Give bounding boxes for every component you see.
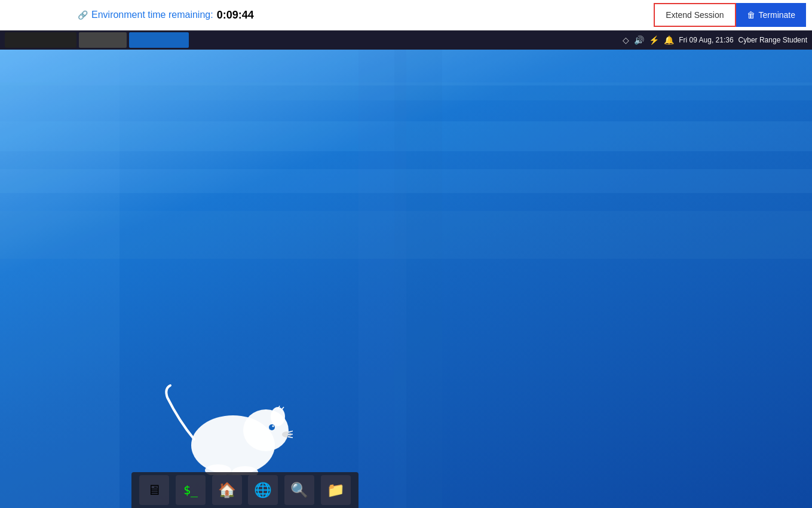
wifi-icon: ◇: [623, 35, 629, 45]
vm-taskbar: ◇ 🔊 ⚡ 🔔 Fri 09 Aug, 21:36 Cyber Range St…: [0, 30, 812, 50]
taskbar-app1[interactable]: [5, 32, 76, 48]
external-link-icon: 🔗: [78, 10, 88, 20]
dock: 🖥 $_ 🏠 🌐 🔍 📁: [131, 472, 358, 508]
power-icon: ⚡: [649, 35, 659, 45]
dock-item-search[interactable]: 🔍: [284, 475, 314, 505]
vband1: [0, 50, 119, 508]
taskbar-user: Cyber Range Student: [739, 36, 807, 44]
terminate-button[interactable]: 🗑 Terminate: [736, 3, 806, 27]
volume-icon: 🔊: [634, 35, 644, 45]
taskbar-app3[interactable]: [129, 32, 189, 48]
svg-line-6: [288, 429, 293, 432]
dock-item-browser[interactable]: 🌐: [248, 475, 278, 505]
svg-point-2: [271, 407, 285, 426]
files-icon: 🏠: [218, 482, 236, 498]
timer-section: 🔗 Environment time remaining: 0:09:44: [78, 9, 254, 22]
taskbar-right: ◇ 🔊 ⚡ 🔔 Fri 09 Aug, 21:36 Cyber Range St…: [623, 35, 807, 45]
notification-icon: 🔔: [664, 35, 674, 45]
dock-item-desktop[interactable]: 🖥: [139, 475, 169, 505]
search-icon: 🔍: [290, 482, 308, 498]
taskbar-left: [5, 32, 189, 48]
folder-icon: 📁: [327, 482, 345, 498]
desktop-icon: 🖥: [147, 482, 161, 498]
vband3: [394, 50, 442, 508]
taskbar-app2[interactable]: [79, 32, 127, 48]
desktop-background: [0, 50, 812, 508]
svg-point-4: [272, 426, 274, 427]
browser-icon: 🌐: [254, 482, 272, 498]
timer-value: 0:09:44: [217, 9, 254, 22]
svg-line-8: [288, 437, 293, 439]
svg-point-3: [269, 424, 275, 430]
xfce-mouse-logo: [155, 380, 293, 475]
timer-label: Environment time remaining:: [91, 10, 213, 20]
top-bar-buttons: Extend Session 🗑 Terminate: [654, 3, 806, 27]
trash-icon: 🗑: [747, 10, 755, 20]
extend-session-button[interactable]: Extend Session: [654, 3, 736, 27]
terminate-label: Terminate: [759, 10, 795, 20]
top-bar: 🔗 Environment time remaining: 0:09:44 Ex…: [0, 0, 812, 30]
dock-item-terminal[interactable]: $_: [176, 475, 206, 505]
desktop[interactable]: 🖥 $_ 🏠 🌐 🔍 📁: [0, 50, 812, 508]
dock-item-files[interactable]: 🏠: [212, 475, 242, 505]
taskbar-datetime: Fri 09 Aug, 21:36: [679, 36, 733, 44]
terminal-icon: $_: [183, 483, 198, 497]
dock-item-folder[interactable]: 📁: [321, 475, 351, 505]
